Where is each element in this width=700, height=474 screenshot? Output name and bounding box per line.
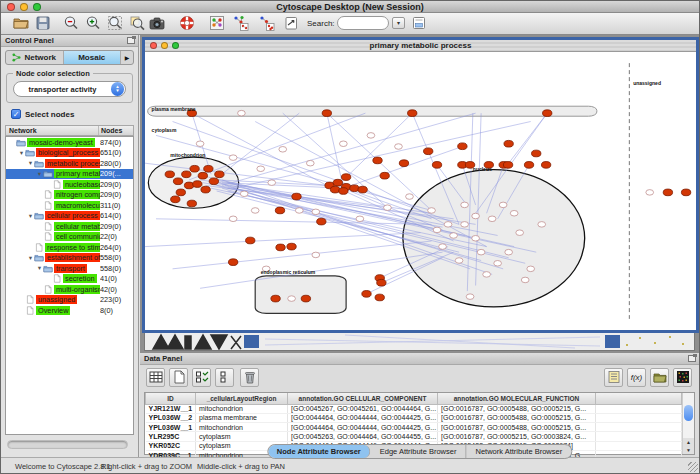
- network-node[interactable]: [190, 165, 199, 172]
- open-session-button[interactable]: [11, 15, 31, 33]
- network-node[interactable]: [458, 143, 467, 150]
- window-titlebar[interactable]: Cytoscape Desktop (New Session): [1, 1, 699, 13]
- network-node[interactable]: [165, 171, 174, 178]
- table-cell[interactable]: [GO:0016787, GO:0005215, GO:0003824, G..…: [438, 432, 596, 441]
- table-cell[interactable]: [GO:0016787, GO:0005488, GO:0005215, G..…: [438, 413, 596, 422]
- expand-arrow-icon[interactable]: ▼: [27, 255, 34, 261]
- new-attribute-button[interactable]: [169, 368, 188, 387]
- table-row[interactable]: YLR295Ccytoplasm[GO:0045263, GO:0044464,…: [146, 432, 682, 441]
- table-cell[interactable]: [GO:0016787, GO:0005488, GO:0005215, G..…: [438, 423, 596, 432]
- tree-item-unassigned[interactable]: unassigned223(0): [6, 295, 133, 306]
- network-node[interactable]: [532, 150, 541, 157]
- network-node[interactable]: [432, 162, 441, 169]
- attribute-editor-button[interactable]: [604, 368, 623, 387]
- tree-item-macromolecule[interactable]: macromolecule311(0): [6, 200, 133, 211]
- network-node[interactable]: [380, 172, 389, 179]
- network-node[interactable]: [317, 218, 326, 225]
- table-cell[interactable]: YKR052C: [146, 441, 196, 450]
- network-node-outline[interactable]: [257, 166, 265, 172]
- nodes-column-header[interactable]: Nodes: [99, 126, 133, 135]
- tree-item-nitrogen-compo[interactable]: nitrogen compo209(0): [6, 190, 133, 201]
- network-node-outline[interactable]: [461, 222, 469, 228]
- network-node-outline[interactable]: [461, 202, 469, 208]
- network-node-outline[interactable]: [527, 266, 535, 272]
- network-node-outline[interactable]: [433, 227, 441, 233]
- network-node-outline[interactable]: [295, 208, 303, 214]
- network-node[interactable]: [375, 294, 384, 301]
- search-input[interactable]: [337, 16, 389, 30]
- matrix-view-button[interactable]: [673, 368, 692, 387]
- network-node-outline[interactable]: [306, 160, 314, 166]
- network-node-outline[interactable]: [229, 216, 237, 222]
- network-node[interactable]: [504, 140, 513, 147]
- select-attributes-button[interactable]: [192, 368, 211, 387]
- zoom-in-button[interactable]: [83, 15, 103, 33]
- table-vertical-scrollbar[interactable]: ▲▼: [682, 393, 694, 454]
- network-node-outline[interactable]: [450, 233, 458, 239]
- table-cell[interactable]: [GO:0045267, GO:0045261, GO:0044464, G..…: [288, 404, 438, 413]
- table-cell[interactable]: [GO:0016787, GO:0005488, GO:0005215, G..…: [438, 404, 596, 413]
- network-node[interactable]: [287, 243, 296, 250]
- network-node-outline[interactable]: [406, 194, 414, 200]
- network-node-outline[interactable]: [505, 249, 513, 255]
- table-cell[interactable]: cytoplasm: [196, 432, 288, 441]
- tree-item-transport[interactable]: ▼transport558(0): [6, 263, 133, 274]
- expand-arrow-icon[interactable]: ▼: [27, 160, 34, 166]
- help-button[interactable]: [177, 15, 197, 33]
- network-node[interactable]: [184, 182, 193, 189]
- network-node[interactable]: [339, 188, 348, 195]
- network-node-outline[interactable]: [395, 144, 403, 150]
- network-node[interactable]: [362, 291, 371, 298]
- network-node-outline[interactable]: [288, 296, 296, 302]
- network-column-header[interactable]: Network: [6, 126, 99, 135]
- resize-grip[interactable]: [688, 462, 698, 472]
- network-node[interactable]: [173, 178, 182, 185]
- network-node-outline[interactable]: [428, 208, 436, 214]
- network-node-outline[interactable]: [229, 155, 237, 161]
- tree-item-cellular-metabo[interactable]: cellular metabo209(0): [6, 221, 133, 232]
- tree-item-multi-organism-pro[interactable]: multi-organism pro42(0): [6, 284, 133, 295]
- network-window-titlebar[interactable]: primary metabolic process: [145, 40, 696, 52]
- tree-item-cell-communicat[interactable]: cell communicat22(0): [6, 232, 133, 243]
- network-node-outline[interactable]: [312, 209, 320, 215]
- network-node[interactable]: [377, 279, 386, 286]
- tree-item-biological-process[interactable]: ▼biological_process651(0): [6, 148, 133, 159]
- network-node-outline[interactable]: [312, 252, 320, 258]
- network-node-outline[interactable]: [472, 235, 480, 241]
- network-node-outline[interactable]: [268, 180, 276, 186]
- network-node[interactable]: [424, 148, 433, 155]
- network-overview-button[interactable]: [207, 15, 227, 33]
- network-node-outline[interactable]: [538, 222, 546, 228]
- table-cell[interactable]: [GO:0044464, GO:0044444, GO:0044425, G..…: [288, 423, 438, 432]
- import-attributes-button[interactable]: [650, 368, 669, 387]
- network-node[interactable]: [193, 181, 202, 188]
- network-node-outline[interactable]: [439, 244, 447, 250]
- tree-item-response-to-stimulu[interactable]: response to stimulu264(0): [6, 242, 133, 253]
- table-cell[interactable]: YPL036W__2: [146, 413, 196, 422]
- network-node[interactable]: [198, 172, 207, 179]
- network-node[interactable]: [292, 193, 301, 200]
- zoom-selected-button[interactable]: [127, 15, 147, 33]
- table-cell[interactable]: YJR121W__1: [146, 404, 196, 413]
- network-node[interactable]: [182, 171, 191, 178]
- network-node[interactable]: [373, 157, 382, 164]
- table-cell[interactable]: YPL036W__1: [146, 423, 196, 432]
- tree-item-nucleobase-[interactable]: nucleobase-209(0): [6, 179, 133, 190]
- network-node[interactable]: [543, 110, 552, 117]
- column-header-4[interactable]: annotation.GO MOLECULAR_FUNCTION: [438, 393, 596, 404]
- network-node-outline[interactable]: [516, 230, 524, 236]
- network-node[interactable]: [350, 185, 359, 192]
- network-node[interactable]: [201, 186, 210, 193]
- search-dropdown-button[interactable]: ▾: [392, 17, 405, 29]
- tab-mosaic[interactable]: Mosaic: [64, 51, 122, 64]
- table-cell[interactable]: [GO:0044464, GO:0044444, GO:0044425, G..…: [288, 413, 438, 422]
- network-snapshot-button[interactable]: [147, 15, 167, 33]
- save-session-button[interactable]: [33, 15, 53, 33]
- table-cell[interactable]: YLR295C: [146, 432, 196, 441]
- network-node[interactable]: [187, 200, 196, 207]
- network-node[interactable]: [503, 162, 512, 169]
- network-node[interactable]: [330, 186, 339, 193]
- network-node[interactable]: [408, 110, 417, 117]
- network-node[interactable]: [681, 189, 690, 196]
- network-node[interactable]: [276, 244, 285, 251]
